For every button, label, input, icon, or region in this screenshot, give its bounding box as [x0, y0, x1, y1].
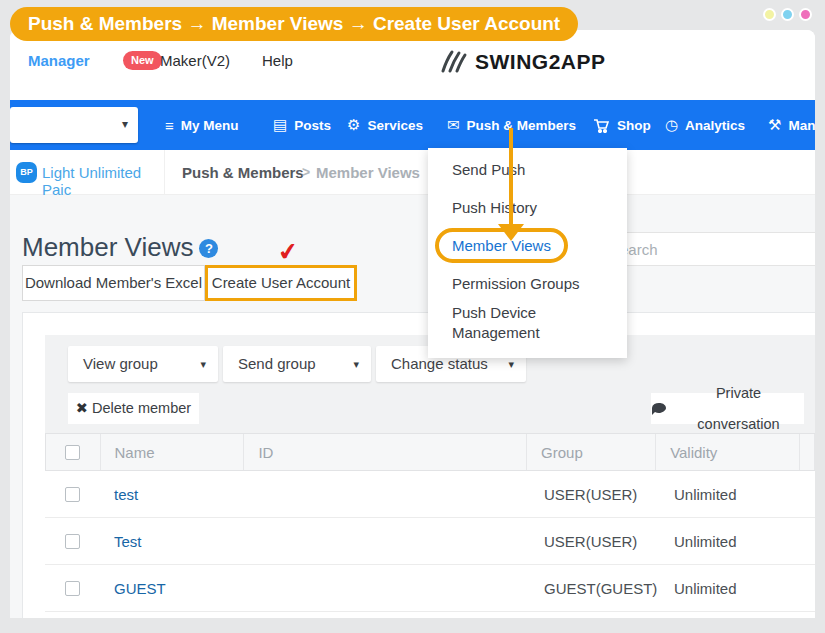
- breadcrumb-bar: BP Light Unlimited Paic Push & Members >…: [10, 150, 815, 195]
- select-label: Send group: [238, 355, 316, 372]
- window-control-blue[interactable]: [781, 8, 794, 21]
- button-label: Delete member: [92, 400, 191, 416]
- nav-label: My Menu: [181, 118, 239, 133]
- app-badge: BP: [16, 162, 37, 183]
- col-header-name: Name: [101, 434, 245, 470]
- nav-label: Management: [788, 118, 815, 133]
- table-row: GUEST GUEST(GUEST) Unlimited: [45, 565, 815, 612]
- col-header-group: Group: [527, 434, 656, 470]
- menu-item-push-history[interactable]: Push History: [452, 198, 612, 218]
- app-name-link[interactable]: Light Unlimited Paic: [42, 164, 164, 198]
- cart-icon: [593, 118, 610, 133]
- annotation-banner: Push & Members → Member Views → Create U…: [10, 7, 578, 41]
- caret-down-icon: ▾: [200, 346, 206, 382]
- member-group: USER(USER): [530, 486, 660, 503]
- nav-item-my-menu[interactable]: ≡ My Menu: [165, 100, 239, 150]
- nav-label: Push & Members: [467, 118, 577, 133]
- menu-item-push-device-management[interactable]: Push Device Management: [452, 303, 612, 343]
- breadcrumb-section[interactable]: Push & Members: [182, 164, 304, 181]
- members-card: View group ▾ Send group ▾ Change status …: [22, 312, 815, 618]
- page-title-text: Member Views: [22, 232, 193, 262]
- select-label: View group: [83, 355, 158, 372]
- logo-text: SWING2APP: [475, 50, 606, 74]
- members-table: Name ID Group Validity test USER(USER) U…: [45, 433, 815, 618]
- member-validity: Unlimited: [660, 486, 805, 503]
- col-header-id: ID: [244, 434, 527, 470]
- nav-item-management[interactable]: ⚒ Management: [768, 100, 815, 150]
- view-group-select[interactable]: View group ▾: [68, 346, 218, 382]
- new-badge: New: [123, 51, 162, 70]
- table-row: Test USER(USER) Unlimited: [45, 518, 815, 565]
- member-validity: Unlimited: [660, 533, 805, 550]
- nav-label: Posts: [294, 118, 331, 133]
- nav-label: Analytics: [685, 118, 745, 133]
- help-icon[interactable]: ?: [199, 239, 218, 258]
- hamburger-icon: ≡: [165, 117, 174, 134]
- nav-label: Shop: [617, 118, 651, 133]
- annotation-arrow-line: [509, 128, 513, 226]
- document-icon: ▤: [273, 116, 287, 134]
- annotation-highlight-oval: [435, 228, 568, 263]
- row-checkbox[interactable]: [65, 581, 80, 596]
- button-label: Private conversation: [673, 378, 804, 440]
- menu-item-send-push[interactable]: Send Push: [452, 160, 612, 180]
- table-header-row: Name ID Group Validity: [45, 433, 815, 471]
- select-all-checkbox[interactable]: [65, 445, 80, 460]
- member-name-link[interactable]: Test: [114, 533, 142, 550]
- help-link[interactable]: Help: [262, 52, 293, 69]
- search-input[interactable]: [596, 232, 815, 266]
- wrench-icon: ⚒: [768, 116, 781, 134]
- member-name-link[interactable]: GUEST: [114, 580, 166, 597]
- envelope-icon: ✉: [447, 116, 460, 134]
- quill-logo-icon: [437, 49, 471, 75]
- pie-chart-icon: ◷: [665, 116, 678, 134]
- breadcrumb-current: Member Views: [316, 164, 420, 181]
- x-icon: ✖: [76, 400, 88, 416]
- nav-item-services[interactable]: ⚙ Services: [347, 100, 423, 150]
- tab-download-members-excel[interactable]: Download Member's Excel: [22, 265, 205, 301]
- window-control-yellow[interactable]: [763, 8, 776, 21]
- table-row: [45, 612, 815, 618]
- row-checkbox[interactable]: [65, 487, 80, 502]
- chat-bubble-icon: [651, 402, 667, 416]
- nav-label: Services: [367, 118, 423, 133]
- manager-link[interactable]: Manager: [28, 52, 90, 69]
- send-group-select[interactable]: Send group ▾: [223, 346, 371, 382]
- caret-down-icon: ▾: [353, 346, 359, 382]
- private-conversation-button[interactable]: Private conversation: [651, 393, 804, 424]
- annotation-checkmark-icon: ✔: [276, 237, 300, 268]
- maker-v2-link[interactable]: Maker(V2): [160, 52, 230, 69]
- member-validity: Unlimited: [660, 580, 805, 597]
- app-zone: BP Light Unlimited Paic: [10, 150, 165, 195]
- tab-create-user-account[interactable]: Create User Account: [205, 265, 357, 301]
- delete-member-button[interactable]: ✖Delete member: [68, 393, 199, 424]
- nav-item-posts[interactable]: ▤ Posts: [273, 100, 331, 150]
- app-selector[interactable]: ▾: [10, 107, 138, 143]
- member-group: USER(USER): [530, 533, 660, 550]
- screen: Manager New Maker(V2) Help SWING2APP ▾: [0, 0, 825, 633]
- app-window: Manager New Maker(V2) Help SWING2APP ▾: [10, 30, 815, 618]
- window-control-pink[interactable]: [799, 8, 812, 21]
- col-header-validity: Validity: [656, 434, 800, 470]
- member-name-link[interactable]: test: [114, 486, 138, 503]
- breadcrumb-separator: >: [302, 164, 310, 180]
- nav-item-analytics[interactable]: ◷ Analytics: [665, 100, 745, 150]
- gear-icon: ⚙: [347, 116, 360, 134]
- swing2app-logo: SWING2APP: [437, 49, 606, 75]
- main-navbar: ▾ ≡ My Menu ▤ Posts ⚙ Services ✉ Push & …: [10, 100, 815, 150]
- nav-item-shop[interactable]: Shop: [593, 100, 651, 150]
- caret-down-icon: ▾: [122, 117, 128, 131]
- menu-item-permission-groups[interactable]: Permission Groups: [452, 274, 612, 294]
- member-group: GUEST(GUEST): [530, 580, 660, 597]
- col-header-extra: [800, 434, 815, 470]
- page-title: Member Views?: [22, 232, 218, 263]
- row-checkbox[interactable]: [65, 534, 80, 549]
- table-row: test USER(USER) Unlimited: [45, 471, 815, 518]
